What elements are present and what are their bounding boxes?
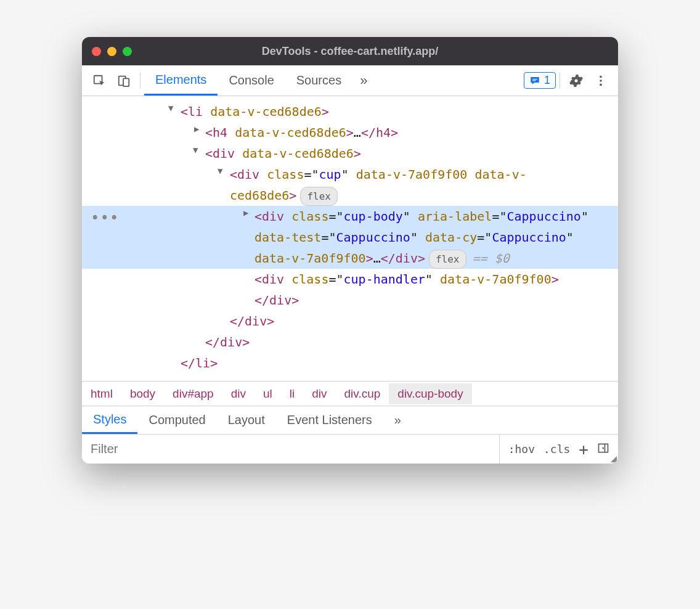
issues-count: 1 (544, 74, 550, 87)
tab-sources[interactable]: Sources (285, 65, 352, 96)
crumb-div[interactable]: div (222, 383, 254, 404)
tab-layout[interactable]: Layout (217, 406, 276, 434)
tab-elements[interactable]: Elements (144, 65, 218, 96)
styles-filter-row: :hov .cls + (82, 434, 618, 464)
ellipsis-icon[interactable]: ••• (91, 206, 119, 231)
dom-node-div[interactable]: ▼ <div data-v-ced68de6> (82, 143, 618, 164)
dom-tree[interactable]: ▼ <li data-v-ced68de6> ▶ <h4 data-v-ced6… (82, 96, 618, 381)
maximize-window-button[interactable] (123, 47, 132, 56)
divider (560, 73, 560, 89)
panel-tabs: Elements Console Sources (144, 65, 352, 96)
settings-icon[interactable] (564, 68, 588, 93)
dom-node-li[interactable]: ▼ <li data-v-ced68de6> (82, 101, 618, 122)
devtools-window: DevTools - coffee-cart.netlify.app/ Elem… (82, 37, 618, 464)
crumb-div-cup-body[interactable]: div.cup-body (389, 383, 471, 404)
inspect-element-icon[interactable] (87, 68, 112, 93)
device-toggle-icon[interactable] (112, 68, 136, 93)
hov-toggle[interactable]: :hov (508, 443, 535, 456)
svg-rect-4 (532, 80, 535, 81)
tab-computed[interactable]: Computed (137, 406, 216, 434)
dom-node-div-cup-body[interactable]: ••• ▶ <div class="cup-body" aria-label="… (82, 206, 618, 269)
close-window-button[interactable] (92, 47, 101, 56)
styles-panel-tabs: Styles Computed Layout Event Listeners » (82, 406, 618, 434)
new-style-rule-icon[interactable]: + (579, 440, 588, 459)
dom-node-div-cup[interactable]: ▼ <div class="cup" data-v-7a0f9f00 data-… (82, 164, 618, 206)
tab-console[interactable]: Console (218, 65, 285, 96)
styles-filter-input[interactable] (82, 435, 499, 464)
crumb-ul[interactable]: ul (254, 383, 281, 404)
crumb-html[interactable]: html (82, 383, 121, 404)
svg-point-8 (600, 83, 602, 86)
traffic-lights (92, 47, 132, 56)
selected-indicator: == $0 (473, 251, 510, 266)
dom-close-div[interactable]: </div> (82, 332, 618, 353)
tab-event-listeners[interactable]: Event Listeners (276, 406, 383, 434)
crumb-li[interactable]: li (281, 383, 303, 404)
more-styles-tabs-icon[interactable]: » (383, 406, 412, 434)
divider (140, 73, 140, 89)
dom-close-div[interactable]: </div> (82, 311, 618, 332)
flex-badge[interactable]: flex (300, 187, 338, 206)
svg-point-5 (575, 79, 578, 82)
dom-close-li[interactable]: </li> (82, 353, 618, 374)
crumb-body[interactable]: body (121, 383, 164, 404)
cls-toggle[interactable]: .cls (543, 443, 570, 456)
window-title: DevTools - coffee-cart.netlify.app/ (82, 45, 618, 58)
crumb-div2[interactable]: div (303, 383, 335, 404)
svg-rect-2 (123, 78, 129, 86)
svg-point-7 (600, 80, 602, 82)
titlebar: DevTools - coffee-cart.netlify.app/ (82, 37, 618, 65)
more-tabs-icon[interactable]: » (352, 73, 375, 89)
styles-tools: :hov .cls + (499, 435, 618, 464)
flex-badge[interactable]: flex (429, 250, 466, 269)
issues-badge[interactable]: 1 (524, 72, 556, 89)
svg-rect-3 (532, 79, 537, 80)
minimize-window-button[interactable] (107, 47, 116, 56)
tab-styles[interactable]: Styles (82, 406, 137, 434)
svg-point-6 (600, 75, 602, 78)
toolbar: Elements Console Sources » 1 (82, 65, 618, 96)
message-icon (529, 75, 540, 86)
breadcrumb: html body div#app div ul li div div.cup … (82, 381, 618, 406)
dom-node-h4[interactable]: ▶ <h4 data-v-ced68de6>…</h4> (82, 122, 618, 143)
resize-handle-icon[interactable] (611, 456, 617, 462)
computed-sidebar-icon[interactable] (597, 442, 609, 457)
crumb-div-cup[interactable]: div.cup (336, 383, 389, 404)
crumb-div-app[interactable]: div#app (164, 383, 222, 404)
kebab-menu-icon[interactable] (588, 68, 613, 93)
dom-node-div-cup-handler[interactable]: <div class="cup-handler" data-v-7a0f9f00… (82, 269, 618, 311)
